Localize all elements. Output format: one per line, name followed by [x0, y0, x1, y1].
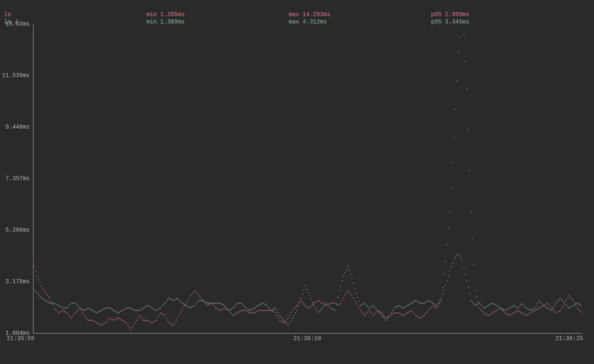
svg-rect-496 [186, 305, 186, 306]
svg-rect-597 [329, 306, 330, 307]
svg-rect-363 [547, 303, 548, 303]
svg-rect-482 [166, 301, 167, 302]
svg-rect-686 [455, 257, 456, 258]
svg-rect-516 [214, 303, 215, 303]
svg-rect-731 [519, 306, 520, 307]
svg-rect-702 [478, 303, 478, 304]
svg-rect-171 [275, 312, 276, 313]
svg-rect-744 [537, 303, 538, 303]
svg-rect-760 [560, 298, 561, 298]
svg-rect-79 [145, 320, 146, 321]
svg-rect-223 [349, 292, 349, 293]
svg-rect-761 [561, 299, 562, 300]
svg-rect-670 [432, 303, 433, 303]
svg-rect-312 [475, 290, 476, 291]
svg-rect-444 [112, 309, 113, 310]
svg-rect-118 [200, 297, 201, 298]
svg-rect-582 [308, 292, 309, 293]
svg-rect-627 [371, 306, 372, 307]
svg-rect-766 [568, 308, 569, 308]
svg-rect-378 [568, 295, 569, 296]
svg-rect-451 [122, 310, 123, 311]
svg-rect-280 [429, 308, 430, 309]
svg-rect-110 [189, 298, 189, 298]
svg-rect-640 [390, 315, 391, 316]
svg-rect-21 [62, 310, 63, 311]
svg-rect-584 [311, 298, 311, 299]
svg-rect-383 [575, 305, 576, 306]
svg-rect-659 [417, 301, 417, 302]
svg-rect-176 [282, 322, 283, 322]
legend-p95: p95 2.999ms [431, 11, 573, 18]
svg-rect-22 [64, 311, 65, 312]
x-tick: 21:36:25 [555, 335, 583, 342]
svg-rect-433 [97, 312, 97, 313]
svg-rect-319 [485, 313, 486, 314]
svg-rect-146 [240, 311, 240, 312]
svg-rect-394 [41, 298, 42, 298]
svg-rect-124 [208, 304, 209, 305]
svg-rect-89 [159, 315, 160, 316]
svg-rect-721 [504, 310, 505, 311]
svg-rect-422 [81, 308, 82, 309]
svg-rect-274 [421, 317, 422, 317]
svg-rect-618 [358, 301, 359, 302]
svg-rect-13 [51, 301, 52, 302]
svg-rect-73 [136, 320, 137, 321]
svg-rect-603 [337, 297, 338, 298]
svg-rect-247 [383, 314, 384, 315]
svg-rect-468 [146, 306, 147, 307]
svg-rect-329 [499, 308, 500, 309]
svg-rect-773 [578, 303, 579, 304]
svg-rect-738 [529, 309, 530, 310]
svg-rect-489 [176, 298, 177, 299]
svg-rect-289 [442, 287, 443, 288]
svg-rect-387 [581, 312, 582, 313]
svg-rect-527 [230, 309, 231, 310]
svg-rect-677 [442, 294, 443, 294]
svg-rect-476 [157, 309, 158, 310]
svg-rect-48 [101, 325, 101, 326]
svg-rect-692 [464, 268, 464, 268]
svg-rect-586 [314, 305, 314, 306]
svg-rect-428 [90, 308, 90, 309]
svg-rect-479 [162, 306, 163, 307]
svg-rect-607 [343, 276, 344, 277]
svg-rect-730 [517, 308, 518, 308]
svg-rect-729 [516, 307, 517, 308]
svg-rect-269 [414, 313, 415, 314]
svg-rect-460 [134, 310, 135, 311]
y-tick: 7.357ms [5, 175, 30, 182]
svg-rect-746 [540, 302, 541, 303]
svg-rect-747 [542, 303, 542, 304]
svg-rect-353 [533, 311, 534, 312]
svg-rect-172 [276, 315, 277, 316]
svg-rect-246 [381, 312, 382, 313]
svg-rect-340 [515, 312, 516, 312]
svg-rect-774 [580, 304, 581, 305]
svg-rect-585 [312, 302, 313, 303]
svg-rect-648 [401, 307, 402, 308]
svg-rect-219 [343, 298, 344, 298]
svg-rect-338 [512, 313, 513, 314]
svg-rect-423 [82, 309, 83, 310]
svg-rect-646 [398, 305, 399, 306]
svg-rect-74 [137, 317, 138, 318]
svg-rect-57 [113, 320, 114, 321]
svg-rect-1 [34, 266, 35, 267]
svg-rect-622 [364, 303, 365, 303]
svg-rect-216 [339, 305, 339, 306]
svg-rect-723 [507, 308, 508, 309]
svg-rect-666 [427, 301, 427, 302]
svg-rect-578 [302, 294, 303, 294]
svg-rect-195 [309, 308, 310, 308]
svg-rect-689 [459, 256, 460, 256]
svg-rect-649 [403, 308, 403, 308]
svg-rect-323 [490, 313, 491, 314]
svg-rect-220 [344, 295, 345, 296]
svg-rect-598 [330, 308, 331, 308]
svg-rect-537 [244, 306, 245, 307]
svg-rect-135 [224, 308, 225, 308]
svg-rect-128 [214, 306, 215, 307]
svg-rect-155 [252, 312, 253, 313]
